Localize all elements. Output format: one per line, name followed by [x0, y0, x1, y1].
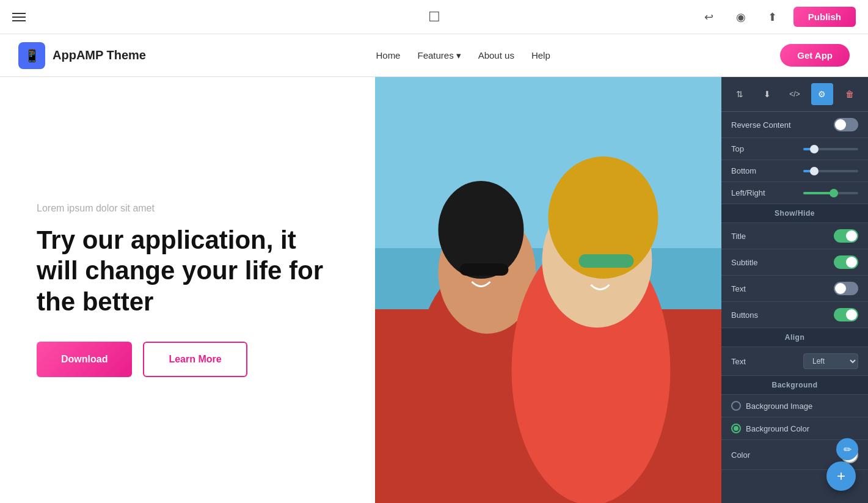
color-label: Color	[731, 450, 750, 460]
bg-image-row: Background Image	[721, 395, 868, 417]
buttons-label: Buttons	[731, 310, 758, 320]
title-label: Title	[731, 232, 746, 241]
bottom-row: Bottom	[721, 160, 868, 182]
undo-button[interactable]: ↩	[698, 6, 720, 28]
reorder-icon-button[interactable]: ⇅	[729, 83, 751, 105]
left-right-row: Left/Right	[721, 182, 868, 204]
align-text-row: Text Left Center Right	[721, 347, 868, 376]
panel-download-button[interactable]: ⬇	[756, 83, 778, 105]
learn-more-button[interactable]: Learn More	[143, 342, 247, 377]
text-label: Text	[731, 284, 746, 293]
title-toggle[interactable]	[834, 229, 858, 243]
hero-buttons: Download Learn More	[37, 342, 338, 377]
eye-button[interactable]: ◉	[730, 6, 752, 28]
svg-rect-10	[579, 254, 634, 268]
bg-color-label: Background Color	[746, 424, 858, 433]
add-section-button[interactable]: +	[826, 461, 856, 491]
top-bar: ☐ ↩ ◉ ⬆ Publish	[0, 0, 868, 34]
panel-toolbar: ⇅ ⬇ </> ⚙ 🗑	[721, 77, 868, 112]
publish-button[interactable]: Publish	[793, 7, 856, 27]
bg-image-radio[interactable]	[731, 401, 741, 411]
main-area: Lorem ipsum dolor sit amet Try our appli…	[0, 77, 868, 503]
align-section-title: Align	[721, 328, 868, 347]
bottom-slider[interactable]	[803, 170, 858, 172]
hero-background-image	[375, 77, 721, 503]
subtitle-toggle[interactable]	[834, 255, 858, 269]
site-navbar: 📱 AppAMP Theme Home Features ▾ About us …	[0, 34, 868, 77]
bottom-label: Bottom	[731, 166, 756, 175]
nav-home[interactable]: Home	[376, 50, 400, 61]
brand-icon: 📱	[18, 42, 45, 69]
align-select[interactable]: Left Center Right	[803, 353, 858, 369]
subtitle-label: Subtitle	[731, 258, 757, 267]
brand-name: AppAMP Theme	[53, 48, 146, 62]
reverse-content-toggle[interactable]	[834, 118, 858, 131]
left-right-label: Left/Right	[731, 188, 765, 197]
reverse-content-label: Reverse Content	[731, 120, 791, 130]
bg-image-label: Background Image	[746, 402, 858, 411]
reverse-content-row: Reverse Content	[721, 112, 868, 138]
dropdown-arrow-icon: ▾	[456, 50, 461, 61]
settings-panel: ⇅ ⬇ </> ⚙ 🗑 Reverse Content Top	[721, 77, 868, 503]
background-section-title: Background	[721, 376, 868, 395]
hero-title: Try our application, it will change your…	[37, 225, 338, 317]
show-hide-section-title: Show/Hide	[721, 204, 868, 223]
svg-rect-6	[460, 263, 509, 276]
nav-help[interactable]: Help	[531, 50, 550, 61]
hero-subtitle: Lorem ipsum dolor sit amet	[37, 203, 338, 214]
brand: 📱 AppAMP Theme	[18, 42, 146, 69]
buttons-toggle-row: Buttons	[721, 302, 868, 328]
nav-about[interactable]: About us	[478, 50, 514, 61]
hero-section: Lorem ipsum dolor sit amet Try our appli…	[0, 77, 721, 503]
bg-color-row: Background Color	[721, 417, 868, 440]
panel-settings-button[interactable]: ⚙	[811, 83, 833, 105]
menu-icon[interactable]	[12, 13, 26, 21]
top-bar-center: ☐	[428, 9, 440, 25]
subtitle-toggle-row: Subtitle	[721, 249, 868, 276]
buttons-toggle[interactable]	[834, 308, 858, 321]
get-app-button[interactable]: Get App	[780, 44, 850, 67]
panel-delete-button[interactable]: 🗑	[839, 83, 861, 105]
phone-preview-icon[interactable]: ☐	[428, 9, 440, 25]
cloud-upload-button[interactable]: ⬆	[762, 6, 784, 28]
hero-image-area	[375, 77, 721, 503]
nav-links: Home Features ▾ About us Help	[376, 50, 550, 61]
text-toggle[interactable]	[834, 282, 858, 295]
nav-features[interactable]: Features ▾	[417, 50, 461, 61]
edit-fab-button[interactable]: ✏	[836, 438, 858, 460]
top-row: Top	[721, 138, 868, 160]
top-label: Top	[731, 144, 744, 153]
left-right-slider[interactable]	[803, 192, 858, 194]
panel-code-button[interactable]: </>	[784, 83, 806, 105]
text-toggle-row: Text	[721, 276, 868, 302]
align-text-label: Text	[731, 357, 746, 366]
download-button[interactable]: Download	[37, 342, 132, 377]
top-bar-right: ↩ ◉ ⬆ Publish	[698, 6, 856, 28]
top-slider[interactable]	[803, 148, 858, 150]
top-bar-left	[12, 13, 26, 21]
title-toggle-row: Title	[721, 223, 868, 249]
hero-left: Lorem ipsum dolor sit amet Try our appli…	[0, 77, 375, 503]
bg-color-radio[interactable]	[731, 424, 741, 433]
